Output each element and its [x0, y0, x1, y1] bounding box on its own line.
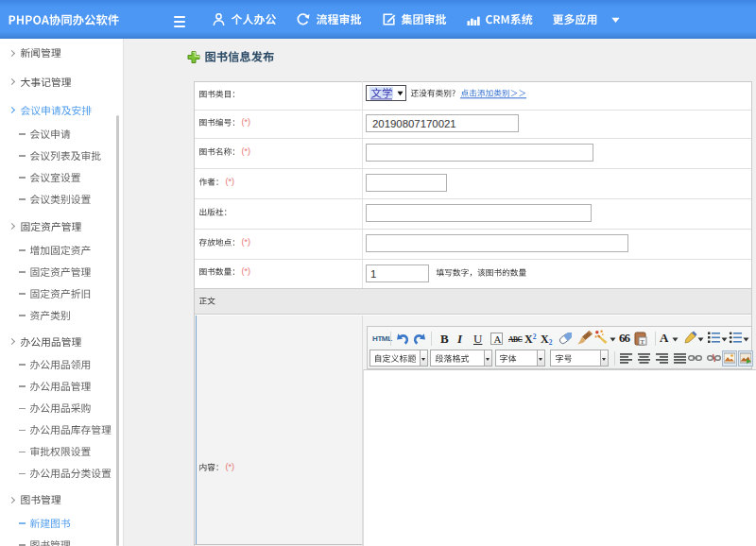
svg-text:T: T: [641, 338, 645, 346]
